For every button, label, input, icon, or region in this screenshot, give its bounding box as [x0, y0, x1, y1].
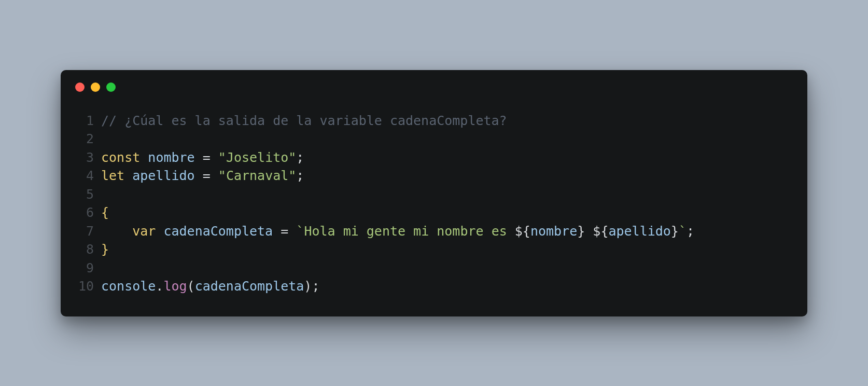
- code-line: 9: [75, 259, 793, 278]
- code-token: ${: [515, 224, 530, 239]
- code-token: [101, 224, 132, 239]
- code-token: [288, 224, 296, 239]
- code-token: apellido: [132, 168, 194, 183]
- code-token: cadenaCompleta: [195, 279, 304, 294]
- line-content: let apellido = "Carnaval";: [101, 167, 304, 185]
- code-token: [124, 168, 132, 183]
- line-number: 3: [75, 148, 94, 167]
- code-line: 4let apellido = "Carnaval";: [75, 167, 793, 185]
- code-token: var: [132, 224, 156, 239]
- code-area: 1// ¿Cúal es la salida de la variable ca…: [61, 96, 807, 316]
- code-token: const: [101, 150, 140, 165]
- code-token: ): [304, 279, 312, 294]
- code-token: [140, 150, 148, 165]
- line-number: 8: [75, 240, 94, 259]
- code-line: 10console.log(cadenaCompleta);: [75, 277, 793, 296]
- code-line: 3const nombre = "Joselito";: [75, 148, 793, 167]
- line-content: }: [101, 240, 109, 259]
- line-number: 7: [75, 222, 94, 241]
- line-content: console.log(cadenaCompleta);: [101, 277, 319, 296]
- code-line: 1// ¿Cúal es la salida de la variable ca…: [75, 112, 793, 130]
- line-content: {: [101, 203, 109, 222]
- code-line: 2: [75, 130, 793, 148]
- line-content: const nombre = "Joselito";: [101, 148, 304, 167]
- code-token: "Carnaval": [218, 168, 297, 183]
- code-token: =: [203, 168, 211, 183]
- code-token: `: [679, 224, 687, 239]
- code-line: 6{: [75, 203, 793, 222]
- code-token: ;: [312, 279, 319, 294]
- code-window: 1// ¿Cúal es la salida de la variable ca…: [61, 70, 807, 316]
- line-content: [101, 185, 109, 204]
- line-content: // ¿Cúal es la salida de la variable cad…: [101, 112, 507, 130]
- maximize-icon[interactable]: [106, 82, 116, 92]
- line-number: 2: [75, 130, 94, 148]
- code-token: (: [187, 279, 195, 294]
- code-token: [211, 150, 218, 165]
- line-number: 10: [75, 277, 94, 296]
- code-line: 8}: [75, 240, 793, 259]
- code-token: .: [156, 279, 163, 294]
- code-token: [211, 168, 218, 183]
- line-content: [101, 259, 109, 278]
- line-number: 9: [75, 259, 94, 278]
- code-token: [195, 150, 203, 165]
- close-icon[interactable]: [75, 82, 85, 92]
- line-number: 6: [75, 203, 94, 222]
- code-token: }: [671, 224, 679, 239]
- code-token: {: [101, 205, 109, 220]
- code-token: "Joselito": [218, 150, 297, 165]
- code-token: [585, 224, 593, 239]
- code-token: ;: [296, 150, 304, 165]
- code-token: }: [577, 224, 585, 239]
- line-number: 1: [75, 112, 94, 130]
- line-number: 5: [75, 185, 94, 204]
- code-token: console: [101, 279, 156, 294]
- code-token: }: [101, 242, 109, 257]
- code-token: `Hola mi gente mi nombre es: [296, 224, 514, 239]
- code-token: =: [281, 224, 288, 239]
- window-controls: [61, 70, 807, 96]
- code-token: [273, 224, 281, 239]
- code-token: nombre: [148, 150, 194, 165]
- line-content: [101, 130, 109, 148]
- line-number: 4: [75, 167, 94, 185]
- code-token: let: [101, 168, 124, 183]
- minimize-icon[interactable]: [91, 82, 100, 92]
- code-token: =: [203, 150, 211, 165]
- code-token: ;: [687, 224, 694, 239]
- line-content: var cadenaCompleta = `Hola mi gente mi n…: [101, 222, 694, 241]
- code-token: log: [163, 279, 187, 294]
- code-token: cadenaCompleta: [163, 224, 273, 239]
- code-token: nombre: [530, 224, 577, 239]
- code-token: ;: [296, 168, 304, 183]
- code-line: 7 var cadenaCompleta = `Hola mi gente mi…: [75, 222, 793, 241]
- code-token: ${: [593, 224, 608, 239]
- code-token: [156, 224, 163, 239]
- code-token: [195, 168, 203, 183]
- code-token: apellido: [608, 224, 670, 239]
- code-token: // ¿Cúal es la salida de la variable cad…: [101, 113, 507, 128]
- code-line: 5: [75, 185, 793, 204]
